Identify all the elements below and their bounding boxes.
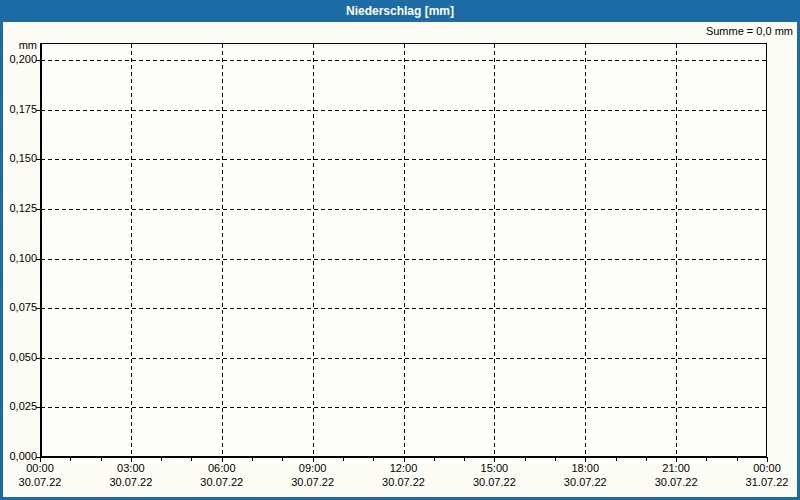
y-tick-label: 0,075: [3, 301, 37, 314]
y-tick-label: 0,125: [3, 202, 37, 215]
chart-title: Niederschlag [mm]: [346, 4, 454, 18]
y-tick-label: 0,175: [3, 103, 37, 116]
y-tick-label: 0,050: [3, 351, 37, 364]
x-tick-date: 31.07.22: [746, 476, 789, 488]
x-tick-date: 30.07.22: [382, 476, 425, 488]
x-tick-label: 00:0031.07.22: [746, 462, 789, 488]
y-axis-unit-label: mm: [3, 39, 37, 51]
x-tick-date: 30.07.22: [291, 476, 334, 488]
x-tick-label: 00:0030.07.22: [19, 462, 62, 488]
x-tick-time: 09:00: [291, 462, 334, 474]
plot-background: [40, 43, 767, 457]
y-tick-label: 0,150: [3, 152, 37, 165]
x-tick-label: 21:0030.07.22: [655, 462, 698, 488]
sum-label: Summe = 0,0 mm: [706, 25, 793, 37]
x-tick-label: 12:0030.07.22: [382, 462, 425, 488]
x-tick-date: 30.07.22: [473, 476, 516, 488]
x-tick-label: 18:0030.07.22: [564, 462, 607, 488]
chart-title-bar: Niederschlag [mm]: [0, 0, 800, 22]
x-tick-time: 06:00: [200, 462, 243, 474]
x-tick-time: 00:00: [19, 462, 62, 474]
x-tick-time: 12:00: [382, 462, 425, 474]
x-tick-label: 09:0030.07.22: [291, 462, 334, 488]
x-tick-date: 30.07.22: [655, 476, 698, 488]
x-tick-label: 03:0030.07.22: [109, 462, 152, 488]
x-tick-time: 18:00: [564, 462, 607, 474]
y-tick-label: 0,100: [3, 252, 37, 265]
y-tick-label: 0,200: [3, 53, 37, 66]
x-tick-date: 30.07.22: [19, 476, 62, 488]
x-tick-label: 06:0030.07.22: [200, 462, 243, 488]
x-tick-date: 30.07.22: [564, 476, 607, 488]
x-tick-date: 30.07.22: [109, 476, 152, 488]
x-tick-time: 15:00: [473, 462, 516, 474]
x-tick-time: 03:00: [109, 462, 152, 474]
x-tick-time: 21:00: [655, 462, 698, 474]
plot-area: [40, 43, 767, 457]
x-tick-time: 00:00: [746, 462, 789, 474]
chart-window: Niederschlag [mm] Summe = 0,0 mm mm 0,00…: [0, 0, 800, 500]
x-tick-label: 15:0030.07.22: [473, 462, 516, 488]
x-tick-date: 30.07.22: [200, 476, 243, 488]
y-tick-label: 0,025: [3, 400, 37, 413]
